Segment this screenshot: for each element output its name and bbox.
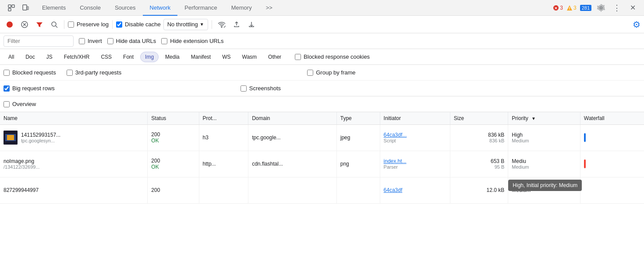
third-party-label[interactable]: 3rd-party requests xyxy=(67,69,122,76)
svg-point-13 xyxy=(52,22,56,26)
col-protocol[interactable]: Prot... xyxy=(199,112,248,124)
table-header-row: Name Status Prot... Domain Type Initiato… xyxy=(0,112,644,124)
overview-checkbox[interactable] xyxy=(4,101,10,107)
device-icon[interactable] xyxy=(19,2,32,14)
cell-waterfall xyxy=(580,151,644,177)
type-wasm[interactable]: Wasm xyxy=(237,52,262,62)
close-icon[interactable]: ✕ xyxy=(626,2,639,14)
hide-data-checkbox[interactable] xyxy=(107,38,113,44)
type-media[interactable]: Media xyxy=(160,52,184,62)
big-rows-checkbox[interactable] xyxy=(4,85,10,92)
type-img[interactable]: Img xyxy=(140,52,159,62)
cell-initiator: index.ht... Parser xyxy=(380,151,450,177)
type-doc[interactable]: Doc xyxy=(21,52,39,62)
filter-row: Invert Hide data URLs Hide extension URL… xyxy=(0,33,644,49)
col-name[interactable]: Name xyxy=(0,112,148,124)
cell-protocol: http... xyxy=(199,151,248,177)
devtools-icons xyxy=(2,2,35,14)
blocked-requests-checkbox[interactable] xyxy=(4,70,10,76)
group-by-frame-checkbox[interactable] xyxy=(307,70,313,76)
invert-checkbox[interactable] xyxy=(79,38,85,44)
overview-label[interactable]: Overview xyxy=(4,101,36,107)
cell-name[interactable]: 141152993157... tpc.googlesyn... xyxy=(0,124,148,151)
waterfall-bar xyxy=(584,133,586,142)
col-initiator[interactable]: Initiator xyxy=(380,112,450,124)
tab-memory[interactable]: Memory xyxy=(224,0,259,16)
type-ws[interactable]: WS xyxy=(217,52,235,62)
type-other[interactable]: Other xyxy=(263,52,286,62)
hide-ext-label[interactable]: Hide extension URLs xyxy=(161,38,223,44)
more-icon[interactable]: ⋮ xyxy=(611,2,623,14)
type-js[interactable]: JS xyxy=(42,52,57,62)
stop-recording-button[interactable] xyxy=(4,18,16,31)
tab-bar-right: ✕ 3 ! 3 281 ⋮ ✕ xyxy=(553,2,642,14)
disable-cache-label[interactable]: Disable cache xyxy=(116,21,161,28)
tab-performance[interactable]: Performance xyxy=(177,0,224,16)
preserve-log-checkbox[interactable] xyxy=(68,21,74,28)
cell-name[interactable]: noImage.png /134122/32699... xyxy=(0,151,148,177)
cell-initiator: 64ca3df... Script xyxy=(380,124,450,151)
type-css[interactable]: CSS xyxy=(96,52,117,62)
settings-icon[interactable] xyxy=(595,2,607,14)
clear-button[interactable] xyxy=(18,18,31,31)
cell-size: 653 B 95 B xyxy=(450,151,508,177)
tab-more[interactable]: >> xyxy=(259,0,280,16)
hide-data-label[interactable]: Hide data URLs xyxy=(107,38,156,44)
screenshots-checkbox[interactable] xyxy=(241,85,247,92)
col-type[interactable]: Type xyxy=(336,112,380,124)
pointer-icon[interactable] xyxy=(5,2,18,14)
cell-protocol xyxy=(199,177,248,203)
filter-button[interactable] xyxy=(33,18,46,31)
download-icon[interactable] xyxy=(245,18,258,31)
type-font[interactable]: Font xyxy=(118,52,138,62)
col-priority[interactable]: Priority ▼ xyxy=(508,112,580,124)
filter-input[interactable] xyxy=(4,35,74,47)
cell-name[interactable]: 827299944997 xyxy=(0,177,148,203)
third-party-checkbox[interactable] xyxy=(67,70,73,76)
tab-bar: Elements Console Sources Network Perform… xyxy=(0,0,644,16)
type-all[interactable]: All xyxy=(4,52,19,62)
file-path: tpc.googlesyn... xyxy=(21,138,60,143)
thumbnail xyxy=(4,131,18,145)
cell-waterfall xyxy=(580,124,644,151)
blocked-cookies-checkbox[interactable] xyxy=(295,54,301,60)
upload-icon[interactable] xyxy=(230,18,243,31)
screenshots-label[interactable]: Screenshots xyxy=(241,85,281,92)
table-row: noImage.png /134122/32699... 200 OK http… xyxy=(0,151,644,177)
cell-size: 12.0 kB xyxy=(450,177,508,203)
col-status[interactable]: Status xyxy=(148,112,199,124)
waterfall-bar-red xyxy=(584,159,586,168)
settings-gear-icon[interactable]: ⚙ xyxy=(633,19,640,30)
cell-status: 200 xyxy=(148,177,199,203)
cell-type: png xyxy=(336,151,380,177)
big-rows-label[interactable]: Big request rows xyxy=(4,85,55,92)
blocked-cookies-label[interactable]: Blocked response cookies xyxy=(295,53,370,60)
network-table: Name Status Prot... Domain Type Initiato… xyxy=(0,112,644,204)
search-button[interactable] xyxy=(48,18,60,31)
svg-point-9 xyxy=(7,21,13,28)
col-size[interactable]: Size xyxy=(450,112,508,124)
col-waterfall[interactable]: Waterfall xyxy=(580,112,644,124)
network-toolbar: Preserve log Disable cache No throttling… xyxy=(0,16,644,33)
separator-3 xyxy=(212,20,212,29)
tab-network[interactable]: Network xyxy=(143,0,178,16)
group-by-frame-label[interactable]: Group by frame xyxy=(307,69,355,76)
invert-label[interactable]: Invert xyxy=(79,38,102,44)
cell-protocol: h3 xyxy=(199,124,248,151)
throttle-arrow: ▼ xyxy=(200,22,204,27)
throttle-select[interactable]: No throttling ▼ xyxy=(163,19,208,30)
blocked-requests-label[interactable]: Blocked requests xyxy=(4,69,56,76)
svg-rect-20 xyxy=(7,135,14,140)
tab-sources[interactable]: Sources xyxy=(108,0,143,16)
tab-elements[interactable]: Elements xyxy=(35,0,73,16)
type-manifest[interactable]: Manifest xyxy=(186,52,216,62)
svg-text:✕: ✕ xyxy=(554,6,558,11)
info-badge: 281 xyxy=(580,5,591,11)
tab-console[interactable]: Console xyxy=(73,0,108,16)
hide-ext-checkbox[interactable] xyxy=(161,38,167,44)
disable-cache-checkbox[interactable] xyxy=(116,21,122,28)
preserve-log-label[interactable]: Preserve log xyxy=(68,21,109,28)
col-domain[interactable]: Domain xyxy=(248,112,337,124)
type-fetch-xhr[interactable]: Fetch/XHR xyxy=(59,52,95,62)
wifi-icon[interactable] xyxy=(216,18,228,31)
